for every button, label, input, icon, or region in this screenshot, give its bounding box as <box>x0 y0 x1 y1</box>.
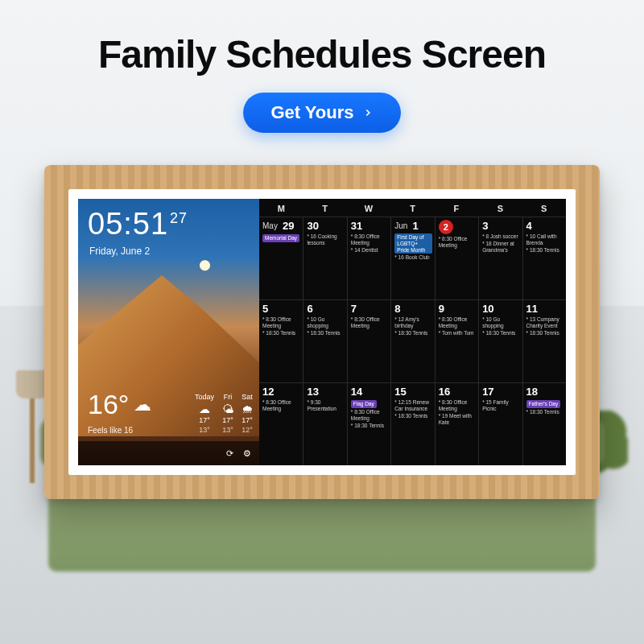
cta-label: Get Yours <box>270 102 353 123</box>
event-item: * 8:30 Office Meeting <box>351 233 388 246</box>
calendar-grid: May29Memorial Day30* 16 Cooking lessons3… <box>259 217 566 465</box>
forecast-hi: 17° <box>242 417 253 425</box>
calendar-cell[interactable]: 17* 15 Family Picnic <box>478 382 522 465</box>
day-value: 18 <box>526 386 538 398</box>
get-yours-button[interactable]: Get Yours <box>243 93 400 133</box>
event-item: * 18:30 Tennis <box>526 409 564 415</box>
calendar-cell[interactable]: 11* 13 Company Charity Event* 18:30 Tenn… <box>522 299 566 382</box>
event-item: * 18:30 Tennis <box>526 247 564 254</box>
day-number: 9 <box>439 303 476 315</box>
clock-hm: 05:51 <box>88 207 168 242</box>
calendar-cell[interactable]: 14Flag Day* 8:30 Office Meeting* 18:30 T… <box>347 382 390 465</box>
chevron-right-icon <box>362 107 374 118</box>
day-value: 16 <box>439 386 450 398</box>
day-number: 5 <box>262 303 300 315</box>
event-item: * 10 Go shopping <box>482 316 519 329</box>
day-value: 31 <box>351 220 362 232</box>
forecast-label: Sat <box>242 394 253 402</box>
calendar: MTWTFSS May29Memorial Day30* 16 Cooking … <box>259 199 566 465</box>
event-item: * 18:30 Tennis <box>394 413 431 419</box>
calendar-cell[interactable]: May29Memorial Day <box>259 217 303 299</box>
forecast-hi: 17° <box>222 417 233 425</box>
day-number: Jun1 <box>394 220 431 232</box>
day-value: 5 <box>262 303 268 315</box>
day-value: 14 <box>351 386 362 398</box>
event-item: * 8:30 Office Meeting <box>439 236 476 249</box>
clock: 05:51 27 <box>88 207 188 242</box>
forecast-row: Today☁17°13°Fri🌤17°13°Sat🌧17°12° <box>195 394 253 435</box>
event-item: * Tom with Tom <box>439 330 476 336</box>
calendar-cell[interactable]: 31* 8:30 Office Meeting* 14 Dentist <box>347 217 390 299</box>
weather-cloud-icon: ☁ <box>134 394 151 415</box>
day-number: 4 <box>526 220 564 232</box>
day-number: 8 <box>394 303 431 315</box>
calendar-cell[interactable]: 3* 8 Josh soccer* 18 Dinner at Grandma's <box>478 217 522 299</box>
dow-label: S <box>478 204 522 213</box>
settings-gear-icon[interactable]: ⚙ <box>243 448 251 459</box>
event-item: * 18:30 Tennis <box>482 330 519 336</box>
day-number: 2 <box>439 220 476 234</box>
event-item: * 12 Amy's birthday <box>394 316 431 329</box>
weather-clock-panel: 05:51 27 Friday, June 2 16° ☁ Feels like… <box>78 199 259 465</box>
forecast-hi: 17° <box>199 417 210 425</box>
forecast-day: Today☁17°13° <box>195 394 214 435</box>
refresh-icon[interactable]: ⟳ <box>226 448 233 459</box>
day-value: 11 <box>526 303 538 315</box>
day-number: 18 <box>526 386 564 398</box>
product-hero: Family Schedules Screen Get Yours 05:51 … <box>0 0 644 644</box>
calendar-cell[interactable]: 7* 8:30 Office Meeting <box>347 299 390 382</box>
calendar-cell[interactable]: 30* 16 Cooking lessons <box>303 217 346 299</box>
day-value: 30 <box>307 220 318 232</box>
event-item: * 8:30 Office Meeting <box>351 409 388 422</box>
event-item: * 18:30 Tennis <box>307 330 344 336</box>
day-value: 7 <box>351 303 357 315</box>
calendar-cell[interactable]: 16* 8:30 Office Meeting* 19 Meet with Ka… <box>435 382 478 465</box>
device-frame: 05:51 27 Friday, June 2 16° ☁ Feels like… <box>44 165 600 499</box>
forecast-weather-icon: ☁ <box>199 403 210 415</box>
event-item: * 18:30 Tennis <box>351 423 388 429</box>
forecast-lo: 12° <box>242 427 253 435</box>
calendar-cell[interactable]: 4* 10 Call with Brenda* 18:30 Tennis <box>522 217 566 299</box>
event-item: * 8:30 Office Meeting <box>351 316 388 329</box>
day-value: 1 <box>412 220 418 232</box>
day-value: 6 <box>307 303 312 315</box>
calendar-cell[interactable]: 9* 8:30 Office Meeting* Tom with Tom <box>435 299 478 382</box>
event-item: * 9:30 Presentation <box>307 399 344 412</box>
dow-label: W <box>347 204 390 213</box>
calendar-cell[interactable]: 6* 10 Go shopping* 18:30 Tennis <box>303 299 346 382</box>
calendar-cell[interactable]: 13* 9:30 Presentation <box>303 382 346 465</box>
calendar-cell[interactable]: 10* 10 Go shopping* 18:30 Tennis <box>478 299 522 382</box>
event-item: * 18:30 Tennis <box>526 330 564 336</box>
forecast-label: Fri <box>224 394 233 402</box>
day-value: 15 <box>394 386 406 398</box>
day-number: 6 <box>307 303 344 315</box>
calendar-cell[interactable]: 12* 8:30 Office Meeting <box>259 382 303 465</box>
calendar-cell[interactable]: 8* 12 Amy's birthday* 18:30 Tennis <box>390 299 434 382</box>
event-item: * 18 Dinner at Grandma's <box>482 241 519 254</box>
holiday-tag: Flag Day <box>351 400 377 408</box>
day-number: 12 <box>262 386 300 398</box>
day-value: 17 <box>482 386 493 398</box>
calendar-cell[interactable]: Jun1First Day of LGBTQ+ Pride Month* 16 … <box>390 217 434 299</box>
today-marker: 2 <box>439 220 453 234</box>
event-item: * 18:30 Tennis <box>394 330 431 336</box>
calendar-cell[interactable]: 15* 12:15 Renew Car Insurance* 18:30 Ten… <box>390 382 434 465</box>
calendar-cell[interactable]: 18Father's Day* 18:30 Tennis <box>522 382 566 465</box>
event-item: * 8:30 Office Meeting <box>262 399 300 412</box>
forecast-weather-icon: 🌤 <box>222 403 233 415</box>
day-number: 14 <box>351 386 388 398</box>
date: Friday, June 2 <box>89 246 150 257</box>
event-item: * 16 Book Club <box>394 254 431 261</box>
day-number: 31 <box>351 220 388 232</box>
day-number: 17 <box>482 386 519 398</box>
event-item: * 12:15 Renew Car Insurance <box>394 399 431 412</box>
feels-like: Feels like 16 <box>88 426 133 435</box>
forecast-day: Sat🌧17°12° <box>242 394 253 435</box>
dow-label: T <box>303 204 346 213</box>
clock-ss: 27 <box>170 210 188 227</box>
calendar-cell[interactable]: 5* 8:30 Office Meeting* 18:30 Tennis <box>259 299 303 382</box>
calendar-cell[interactable]: 2* 8:30 Office Meeting <box>435 217 478 299</box>
month-label: Jun <box>394 221 407 230</box>
event-item: * 15 Family Picnic <box>482 399 519 412</box>
holiday-tag: Father's Day <box>526 400 561 408</box>
